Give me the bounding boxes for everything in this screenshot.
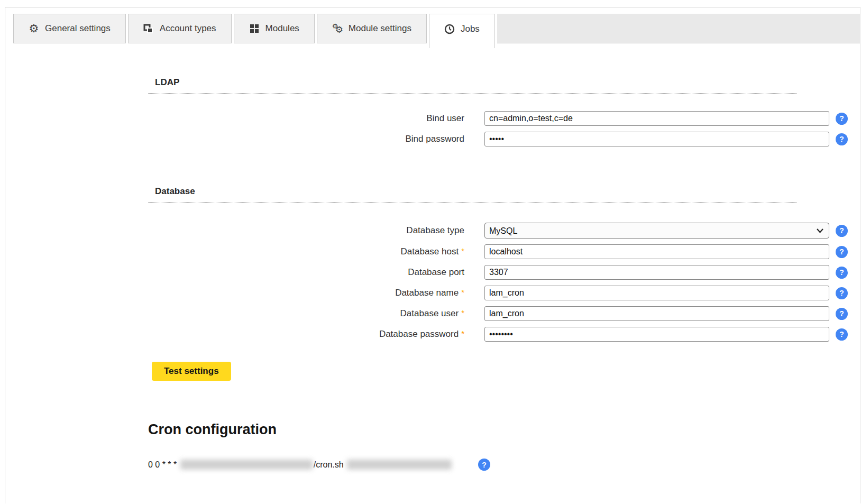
bind-user-input[interactable] xyxy=(484,111,829,126)
cron-configuration-title: Cron configuration xyxy=(148,421,860,438)
tab-bar: ⚙ General settings Account types xyxy=(13,14,860,48)
help-icon[interactable]: ? xyxy=(836,246,848,258)
grid-icon xyxy=(249,23,260,34)
database-section: Database Database type MySQL ? Da xyxy=(148,186,797,342)
bind-password-label: Bind password xyxy=(148,134,464,144)
database-password-label: Database password xyxy=(379,329,459,339)
test-settings-button[interactable]: Test settings xyxy=(152,362,231,381)
bind-password-input[interactable] xyxy=(484,132,829,146)
required-marker: * xyxy=(461,288,464,297)
bind-user-row: Bind user ? xyxy=(148,111,797,126)
tab-label: Jobs xyxy=(461,24,480,34)
tab-jobs[interactable]: Jobs xyxy=(429,14,495,48)
database-user-label: Database user xyxy=(400,308,459,318)
help-icon[interactable]: ? xyxy=(836,267,848,279)
database-port-label: Database port xyxy=(148,267,464,278)
database-name-row: Database name* ? xyxy=(148,286,797,300)
help-icon[interactable]: ? xyxy=(836,287,848,299)
tab-label: Account types xyxy=(160,23,216,34)
database-section-title: Database xyxy=(148,186,797,203)
copy-squares-icon xyxy=(143,23,154,34)
help-icon[interactable]: ? xyxy=(836,225,848,237)
tab-label: General settings xyxy=(45,23,111,34)
required-marker: * xyxy=(461,308,464,317)
database-type-select[interactable]: MySQL xyxy=(484,223,829,239)
redacted-path-blur xyxy=(180,460,313,470)
clock-icon xyxy=(444,24,455,34)
ldap-section: LDAP Bind user ? Bind password ? xyxy=(148,77,797,146)
config-window: ⚙ General settings Account types xyxy=(5,7,860,503)
tab-strip-filler xyxy=(497,14,860,43)
database-port-row: Database port ? xyxy=(148,265,797,280)
help-icon[interactable]: ? xyxy=(836,113,848,125)
database-name-input[interactable] xyxy=(484,286,829,300)
database-host-row: Database host* ? xyxy=(148,244,797,259)
required-marker: * xyxy=(461,329,464,338)
redacted-args-blur xyxy=(347,460,452,470)
database-port-input[interactable] xyxy=(484,265,829,280)
gear-icon: ⚙ xyxy=(29,23,39,34)
tab-label: Modules xyxy=(265,23,299,34)
bind-password-row: Bind password ? xyxy=(148,132,797,146)
database-name-label: Database name xyxy=(395,288,459,298)
cron-schedule-prefix: 0 0 * * * xyxy=(148,460,179,470)
database-host-input[interactable] xyxy=(484,244,829,259)
database-password-input[interactable] xyxy=(484,327,829,342)
gears-icon: ⚙ ⚙ xyxy=(332,23,343,34)
database-user-row: Database user* ? xyxy=(148,306,797,321)
tab-module-settings[interactable]: ⚙ ⚙ Module settings xyxy=(317,14,427,43)
database-host-label: Database host xyxy=(401,246,459,256)
bind-user-label: Bind user xyxy=(148,113,464,124)
database-password-row: Database password* ? xyxy=(148,327,797,342)
required-marker: * xyxy=(461,246,464,255)
tab-account-types[interactable]: Account types xyxy=(128,14,232,43)
tab-general-settings[interactable]: ⚙ General settings xyxy=(13,14,126,43)
database-user-input[interactable] xyxy=(484,306,829,321)
cron-line: 0 0 * * * /cron.sh ? xyxy=(148,459,860,471)
help-icon[interactable]: ? xyxy=(836,308,848,320)
help-icon[interactable]: ? xyxy=(478,459,490,471)
tab-modules[interactable]: Modules xyxy=(234,14,315,43)
cron-script-name: /cron.sh xyxy=(314,460,346,470)
tab-label: Module settings xyxy=(349,23,411,34)
ldap-section-title: LDAP xyxy=(148,77,797,94)
database-type-row: Database type MySQL ? xyxy=(148,223,797,239)
help-icon[interactable]: ? xyxy=(836,133,848,145)
help-icon[interactable]: ? xyxy=(836,328,848,341)
database-type-label: Database type xyxy=(148,225,464,236)
